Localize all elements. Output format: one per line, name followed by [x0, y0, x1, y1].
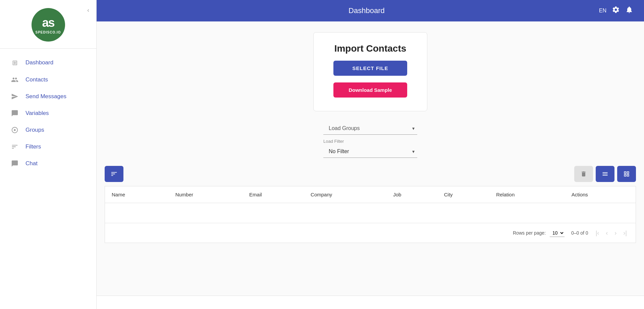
- load-filter-container: Load Filter No Filter ▾: [323, 139, 417, 158]
- sidebar-label-dashboard: Dashboard: [25, 59, 53, 66]
- first-page-button[interactable]: |‹: [594, 229, 601, 237]
- variables-icon: [11, 110, 19, 117]
- sidebar-item-send-messages[interactable]: Send Messages: [0, 88, 96, 105]
- table-body: [105, 203, 636, 223]
- sidebar-item-dashboard[interactable]: ⊞ Dashboard: [0, 54, 96, 71]
- prev-page-button[interactable]: ‹: [604, 229, 610, 237]
- col-actions: Actions: [565, 186, 636, 203]
- load-groups-wrapper: Load Groups ▾: [323, 122, 417, 135]
- import-contacts-card: Import Contacts SELECT FILE Download Sam…: [313, 32, 427, 111]
- contacts-icon: [11, 76, 19, 83]
- sidebar-item-filters[interactable]: Filters: [0, 138, 96, 155]
- sidebar: as SPEDISCO.IO ‹ ⊞ Dashboard Contacts Se…: [0, 0, 97, 309]
- logo-circle: as SPEDISCO.IO: [32, 8, 65, 42]
- page-title: Dashboard: [134, 6, 599, 15]
- select-file-button[interactable]: SELECT FILE: [333, 61, 407, 76]
- col-relation: Relation: [489, 186, 565, 203]
- settings-icon[interactable]: [612, 6, 620, 16]
- notifications-icon[interactable]: [625, 6, 633, 16]
- content-area: Import Contacts SELECT FILE Download Sam…: [97, 21, 644, 296]
- sidebar-label-variables: Variables: [25, 110, 49, 117]
- sidebar-logo: as SPEDISCO.IO: [0, 0, 96, 49]
- import-contacts-title: Import Contacts: [334, 43, 407, 54]
- empty-row: [105, 203, 636, 223]
- header: Dashboard EN: [97, 0, 644, 21]
- delete-button[interactable]: [574, 166, 593, 182]
- col-company: Company: [304, 186, 386, 203]
- load-filter-wrapper: No Filter ▾: [323, 145, 417, 158]
- load-groups-select[interactable]: Load Groups: [323, 122, 417, 135]
- col-job: Job: [386, 186, 437, 203]
- col-number: Number: [169, 186, 243, 203]
- table-actions-right: [574, 166, 636, 182]
- filter-button[interactable]: [105, 166, 123, 182]
- main-area: Dashboard EN Import Contacts SELECT FILE…: [97, 0, 644, 309]
- logo-letters: as: [42, 16, 54, 30]
- sidebar-label-send-messages: Send Messages: [25, 93, 66, 100]
- download-sample-button[interactable]: Download Sample: [333, 82, 407, 98]
- svg-point-0: [14, 129, 16, 131]
- contacts-table: Name Number Email Company Job City Relat…: [105, 186, 636, 223]
- dashboard-icon: ⊞: [11, 59, 19, 67]
- rows-per-page-select[interactable]: 10 25 50: [550, 229, 565, 237]
- language-selector[interactable]: EN: [599, 8, 606, 14]
- table-header: Name Number Email Company Job City Relat…: [105, 186, 636, 203]
- sidebar-item-variables[interactable]: Variables: [0, 105, 96, 122]
- logo-subtitle: SPEDISCO.IO: [35, 30, 61, 34]
- filter-section: Load Groups ▾ Load Filter No Filter ▾: [105, 122, 636, 158]
- next-page-button[interactable]: ›: [612, 229, 619, 237]
- sidebar-item-groups[interactable]: Groups: [0, 122, 96, 138]
- sidebar-item-contacts[interactable]: Contacts: [0, 71, 96, 88]
- sidebar-label-groups: Groups: [25, 127, 44, 133]
- grid-view-button[interactable]: [617, 166, 636, 182]
- rows-per-page-label: Rows per page:: [513, 230, 546, 236]
- sidebar-label-filters: Filters: [25, 143, 41, 150]
- groups-icon: [11, 126, 19, 134]
- sidebar-collapse-button[interactable]: ‹: [87, 7, 89, 14]
- send-messages-icon: [11, 93, 19, 100]
- sidebar-nav: ⊞ Dashboard Contacts Send Messages Varia…: [0, 49, 96, 309]
- col-name: Name: [105, 186, 169, 203]
- list-view-button[interactable]: [596, 166, 614, 182]
- bottom-bar: [97, 296, 644, 309]
- pagination-count: 0–0 of 0: [571, 230, 588, 236]
- chat-icon: [11, 160, 19, 167]
- col-city: City: [437, 186, 489, 203]
- sidebar-label-chat: Chat: [25, 160, 38, 167]
- header-actions: EN: [599, 6, 633, 16]
- filters-icon: [11, 143, 19, 150]
- sidebar-item-chat[interactable]: Chat: [0, 155, 96, 172]
- pagination-bar: Rows per page: 10 25 50 0–0 of 0 |‹ ‹ › …: [105, 223, 636, 243]
- table-toolbar: [105, 166, 636, 186]
- last-page-button[interactable]: ›|: [621, 229, 629, 237]
- load-filter-label: Load Filter: [323, 139, 417, 144]
- load-filter-select[interactable]: No Filter: [323, 145, 417, 158]
- col-email: Email: [243, 186, 304, 203]
- sidebar-label-contacts: Contacts: [25, 76, 48, 83]
